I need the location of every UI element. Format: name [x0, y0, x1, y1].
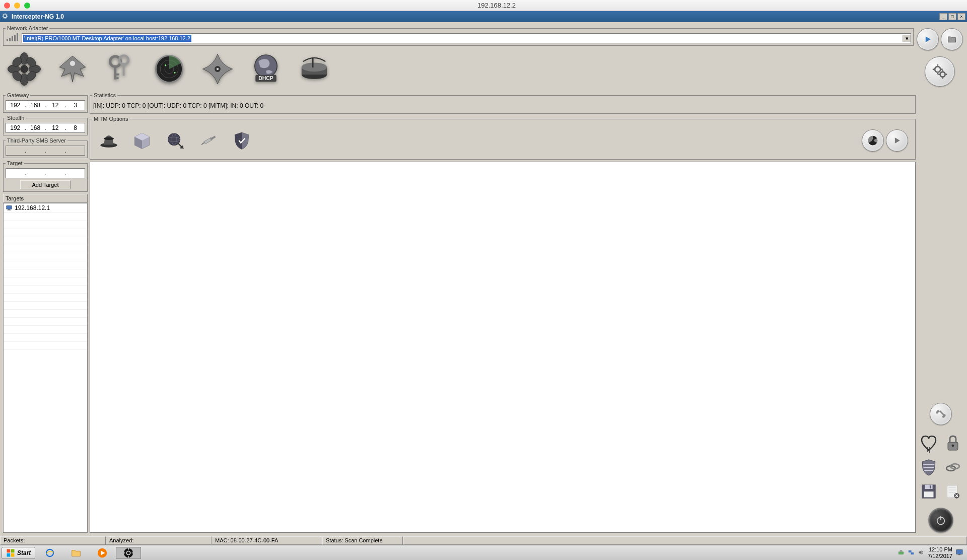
svg-rect-100 [899, 551, 903, 554]
add-target-button[interactable]: Add Target [20, 180, 71, 189]
mitm-play-button[interactable] [886, 129, 908, 152]
close-button[interactable]: × [957, 13, 965, 20]
keys-icon[interactable] [101, 50, 141, 88]
rings-icon[interactable] [942, 456, 964, 478]
target-legend: Target [6, 160, 24, 166]
svg-rect-72 [939, 410, 945, 416]
stealth-ip-input[interactable]: 192. 168. 12. 8 [6, 123, 85, 133]
svg-point-69 [936, 411, 938, 414]
mode-toolbar: DHCP [2, 47, 915, 91]
smb-server-fieldset: Third-Party SMB Server . . . [3, 137, 88, 158]
settings-button[interactable] [925, 56, 955, 87]
smb-ip-input[interactable]: . . . [6, 146, 85, 156]
svg-point-17 [8, 65, 20, 73]
taskbar-media-player[interactable] [90, 547, 115, 559]
power-button[interactable] [928, 508, 953, 533]
svg-point-14 [21, 65, 28, 73]
minimize-window-icon[interactable] [14, 3, 20, 9]
svg-point-59 [104, 137, 114, 141]
mitm-options-fieldset: MiTM Options [90, 116, 916, 160]
statistics-fieldset: Statistics [IN]: UDP: 0 TCP: 0 [OUT]: UD… [90, 92, 916, 114]
chevron-down-icon[interactable]: ▾ [903, 35, 911, 42]
syringe-icon[interactable] [196, 128, 221, 153]
taskbar-explorer[interactable] [63, 547, 89, 559]
svg-rect-105 [958, 554, 960, 555]
show-desktop-icon[interactable] [955, 548, 963, 557]
flower-icon[interactable] [4, 50, 44, 88]
svg-rect-90 [7, 553, 11, 556]
lock-icon[interactable] [942, 432, 964, 454]
bone-button[interactable] [930, 403, 952, 425]
statistics-legend: Statistics [92, 92, 117, 98]
svg-rect-79 [930, 485, 931, 488]
svg-point-46 [940, 72, 945, 77]
heart-icon[interactable] [918, 432, 940, 454]
svg-rect-78 [925, 485, 932, 489]
tray-time: 12:10 PM [928, 546, 952, 552]
striped-shield-icon[interactable] [918, 456, 940, 478]
svg-rect-26 [116, 74, 119, 76]
maximize-button[interactable]: □ [948, 13, 956, 20]
taskbar-intercepter[interactable] [116, 547, 141, 559]
start-label: Start [17, 549, 31, 556]
app-titlebar: Intercepter-NG 1.0 _ □ × [0, 11, 967, 22]
target-fieldset: Target . . . Add Target [3, 160, 88, 192]
svg-rect-56 [8, 209, 11, 210]
throwing-star-icon[interactable] [197, 50, 238, 88]
close-window-icon[interactable] [4, 3, 10, 9]
targets-list-item[interactable]: 192.168.12.1 [4, 203, 87, 213]
zoom-window-icon[interactable] [24, 3, 30, 9]
svg-point-0 [4, 15, 7, 18]
volume-icon[interactable] [918, 549, 925, 557]
svg-rect-9 [7, 39, 8, 41]
status-empty [403, 536, 967, 545]
dhcp-globe-icon[interactable]: DHCP [246, 50, 286, 88]
svg-line-8 [7, 14, 7, 14]
taskbar-ie[interactable] [37, 547, 62, 559]
eagle-icon[interactable] [52, 50, 93, 88]
svg-point-37 [217, 68, 219, 70]
statistics-text: [IN]: UDP: 0 TCP: 0 [OUT]: UDP: 0 TCP: 0… [92, 100, 913, 111]
gateway-fieldset: Gateway 192. 168. 12. 3 [3, 92, 88, 113]
system-tray: 12:10 PM 7/12/2017 [897, 546, 965, 558]
notepad-delete-icon[interactable] [942, 480, 964, 503]
globe-arrow-icon[interactable] [163, 128, 188, 153]
stealth-fieldset: Stealth 192. 168. 12. 8 [3, 115, 88, 135]
targets-header: Targets [3, 194, 88, 203]
status-mac: MAC: 08-00-27-4C-00-FA [212, 536, 322, 545]
safely-remove-icon[interactable] [897, 549, 905, 557]
open-file-button[interactable] [941, 28, 963, 50]
svg-rect-88 [7, 549, 11, 552]
minimize-button[interactable]: _ [939, 13, 947, 20]
targets-list[interactable]: 192.168.12.1 [3, 203, 88, 533]
router-icon[interactable] [294, 50, 334, 88]
gateway-ip-input[interactable]: 192. 168. 12. 3 [6, 100, 85, 110]
shield-check-icon[interactable] [229, 128, 254, 153]
nuke-button[interactable] [862, 129, 884, 152]
svg-point-35 [165, 64, 166, 66]
radar-icon[interactable] [149, 50, 189, 88]
svg-rect-11 [12, 36, 13, 41]
adapter-dropdown[interactable]: 'Intel(R) PRO/1000 MT Desktop Adapter' o… [22, 33, 911, 43]
tray-clock[interactable]: 12:10 PM 7/12/2017 [928, 546, 952, 558]
save-floppy-icon[interactable] [918, 480, 940, 503]
start-button[interactable]: Start [2, 547, 35, 559]
svg-rect-102 [909, 550, 912, 552]
app-icon [2, 13, 9, 21]
spy-hat-icon[interactable] [96, 128, 121, 153]
start-capture-button[interactable] [917, 28, 939, 50]
network-adapter-fieldset: Network Adapter 'Intel(R) PRO/1000 MT De… [3, 25, 914, 46]
status-analyzed: Analyzed: [106, 536, 212, 545]
svg-point-34 [174, 72, 176, 74]
svg-rect-89 [11, 549, 15, 552]
svg-rect-80 [924, 492, 934, 497]
target-ip-input[interactable]: . . . [6, 168, 85, 178]
log-area[interactable] [90, 162, 916, 533]
svg-line-5 [3, 14, 4, 14]
svg-rect-25 [114, 65, 116, 80]
svg-point-74 [952, 444, 954, 447]
svg-point-43 [302, 62, 327, 72]
network-tray-icon[interactable] [908, 549, 915, 557]
cube-icon[interactable] [129, 128, 155, 153]
svg-line-7 [3, 17, 4, 18]
